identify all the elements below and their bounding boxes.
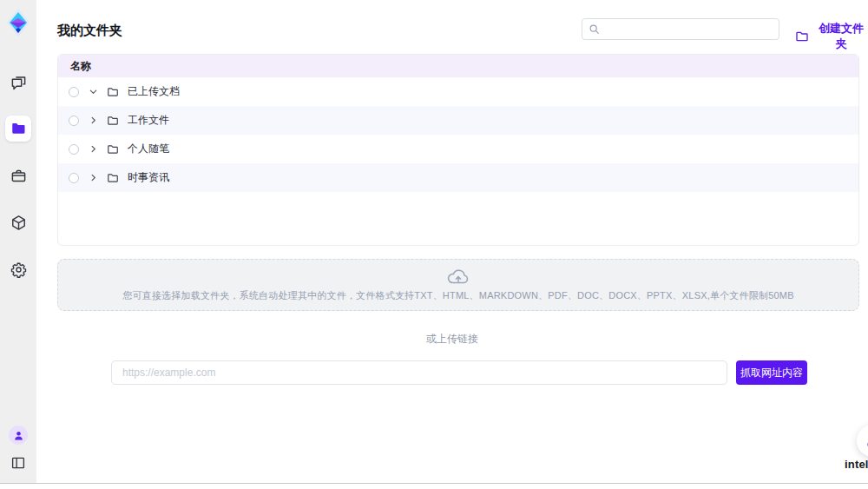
upload-hint-text: 您可直接选择加载文件夹，系统自动处理其中的文件，文件格式支持TXT、HTML、M…	[122, 289, 793, 302]
intel-core-logo: intelcore ultra	[842, 458, 868, 486]
url-upload-row: 抓取网址内容	[111, 360, 807, 385]
sidebar	[0, 0, 36, 483]
sidebar-item-settings[interactable]	[5, 256, 31, 282]
folder-row[interactable]: 个人随笔	[58, 135, 858, 163]
sidebar-item-toolbox[interactable]	[5, 162, 31, 188]
folder-name: 个人随笔	[128, 142, 169, 156]
chevron-down-icon[interactable]	[88, 87, 98, 96]
cloud-upload-icon	[447, 268, 470, 285]
sidebar-item-cube[interactable]	[5, 209, 31, 235]
briefcase-icon	[10, 168, 27, 184]
folder-name: 工作文件	[128, 113, 169, 128]
folder-table: 名称 已上传文档 工作文件	[57, 54, 859, 246]
folder-outline-icon	[107, 143, 119, 155]
intel-wordmark: intel	[845, 458, 868, 471]
folder-row[interactable]: 工作文件	[58, 106, 858, 135]
row-checkbox[interactable]	[69, 144, 79, 155]
url-input[interactable]	[111, 360, 727, 385]
chevron-right-icon[interactable]	[88, 116, 98, 125]
folder-name: 时事资讯	[128, 170, 169, 185]
sidebar-item-chat[interactable]	[5, 69, 31, 95]
search-icon	[589, 23, 600, 35]
collapse-sidebar-button[interactable]	[10, 455, 26, 471]
table-body: 已上传文档 工作文件 个人随笔	[58, 77, 858, 192]
chat-icon	[10, 74, 27, 90]
row-checkbox[interactable]	[69, 87, 79, 97]
create-folder-label: 创建文件夹	[814, 21, 868, 52]
main-content: 我的文件夹 创建文件夹 名称	[36, 0, 868, 483]
create-folder-button[interactable]: 创建文件夹	[795, 21, 868, 52]
folder-outline-icon	[107, 172, 119, 184]
panel-layout-icon	[10, 455, 26, 471]
user-avatar[interactable]	[9, 426, 28, 445]
folder-outline-icon	[107, 86, 119, 98]
chevron-right-icon[interactable]	[88, 144, 98, 154]
folder-icon	[10, 121, 26, 136]
window-bottom-divider	[0, 483, 868, 484]
folder-plus-icon	[795, 30, 809, 43]
folder-row[interactable]: 已上传文档	[58, 77, 858, 106]
chevron-right-icon[interactable]	[88, 173, 98, 182]
fetch-url-button[interactable]: 抓取网址内容	[736, 360, 807, 385]
or-upload-link-label: 或上传链接	[36, 332, 868, 347]
table-header-row: 名称	[58, 55, 858, 77]
search-box[interactable]	[582, 18, 779, 40]
search-input[interactable]	[604, 23, 773, 36]
download-fab-button[interactable]	[857, 425, 868, 457]
app-logo-icon	[6, 8, 30, 37]
user-icon	[13, 430, 24, 441]
name-column-header: 名称	[70, 59, 91, 74]
row-checkbox[interactable]	[69, 116, 79, 126]
sidebar-item-folders[interactable]	[5, 116, 31, 142]
cube-icon	[10, 215, 27, 231]
gear-icon	[10, 261, 27, 278]
folder-outline-icon	[107, 115, 119, 127]
upload-dropzone[interactable]: 您可直接选择加载文件夹，系统自动处理其中的文件，文件格式支持TXT、HTML、M…	[57, 259, 859, 311]
folder-row[interactable]: 时事资讯	[58, 163, 858, 192]
page-title: 我的文件夹	[57, 23, 122, 39]
row-checkbox[interactable]	[69, 173, 79, 183]
folder-name: 已上传文档	[128, 84, 180, 99]
